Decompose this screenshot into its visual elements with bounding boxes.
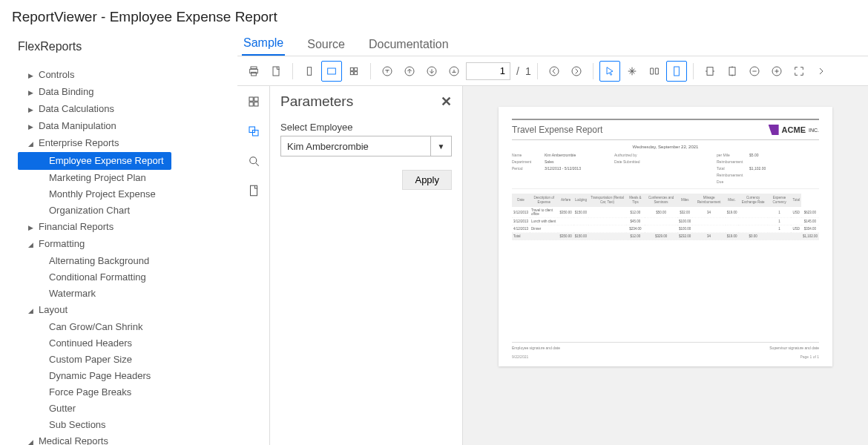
tree-label: Formatting xyxy=(39,238,85,249)
tree-leaf[interactable]: Can Grow/Can Shrink xyxy=(18,319,237,335)
tree-leaf[interactable]: Dynamic Page Headers xyxy=(18,368,237,384)
pointer-tool-icon[interactable] xyxy=(599,61,620,82)
multi-page-icon[interactable] xyxy=(343,61,364,82)
close-icon[interactable]: ✕ xyxy=(441,93,452,110)
tree-node[interactable]: ▶Data Manipulation xyxy=(18,118,237,135)
zoom-in-icon[interactable] xyxy=(766,61,787,82)
tree-label: Data Binding xyxy=(39,86,93,97)
nav-back-icon[interactable] xyxy=(544,61,565,82)
parameters-panel: Parameters ✕ Select Employee Kim Ambercr… xyxy=(270,86,463,445)
tree-node[interactable]: ◢Medical Reports xyxy=(18,433,237,445)
svg-rect-22 xyxy=(254,97,257,101)
caret-down-icon[interactable]: ◢ xyxy=(28,237,39,253)
tree-leaf[interactable]: Organization Chart xyxy=(18,202,237,219)
search-icon[interactable] xyxy=(246,153,262,169)
tree-node[interactable]: ▶Data Binding xyxy=(18,84,237,101)
sidebar: FlexReports ▶Controls▶Data Binding▶Data … xyxy=(0,31,237,445)
parameters-icon[interactable] xyxy=(246,123,262,139)
table-total-row: Total$350.00$150.00$12.00$329.00$232.003… xyxy=(512,233,819,240)
brand-title: FlexReports xyxy=(18,40,237,53)
tree-leaf[interactable]: Continued Headers xyxy=(18,335,237,352)
parameter-label: Select Employee xyxy=(280,122,452,133)
svg-rect-23 xyxy=(249,102,253,106)
caret-down-icon[interactable]: ◢ xyxy=(28,136,39,152)
expense-table: DateDescription of ExpenseAirfareLodging… xyxy=(512,194,819,240)
svg-rect-18 xyxy=(729,67,735,75)
tree-label: Gutter xyxy=(49,403,76,414)
svg-rect-0 xyxy=(251,67,257,69)
tree-node[interactable]: ◢Layout xyxy=(18,302,237,319)
next-page-icon[interactable] xyxy=(421,61,442,82)
zoom-out-icon[interactable] xyxy=(744,61,765,82)
tree-leaf[interactable]: Monthly Project Expense xyxy=(18,186,237,202)
nav-forward-icon[interactable] xyxy=(566,61,587,82)
prev-page-icon[interactable] xyxy=(399,61,420,82)
last-page-icon[interactable] xyxy=(444,61,464,82)
fit-width-icon[interactable] xyxy=(700,61,720,82)
nav-tree: ▶Controls▶Data Binding▶Data Calculations… xyxy=(18,67,237,445)
tab-source[interactable]: Source xyxy=(306,33,346,56)
tree-leaf[interactable]: Marketing Project Plan xyxy=(18,170,237,186)
caret-right-icon[interactable]: ▶ xyxy=(28,85,39,101)
caret-down-icon[interactable]: ◢ xyxy=(28,303,39,319)
caret-down-icon[interactable]: ◢ xyxy=(28,434,39,445)
tree-node[interactable]: ◢Enterprise Reports xyxy=(18,135,237,152)
employee-select[interactable]: Kim Ambercrombie ▼ xyxy=(280,136,452,156)
tree-leaf[interactable]: Conditional Formatting xyxy=(18,269,237,286)
chevron-down-icon[interactable]: ▼ xyxy=(430,136,451,156)
caret-right-icon[interactable]: ▶ xyxy=(28,220,39,236)
parameters-title: Parameters xyxy=(280,93,353,110)
tab-sample[interactable]: Sample xyxy=(242,32,285,56)
text-select-icon[interactable] xyxy=(644,61,665,82)
tree-leaf[interactable]: Gutter xyxy=(18,400,237,417)
tree-node[interactable]: ◢Formatting xyxy=(18,236,237,253)
tree-leaf[interactable]: Watermark xyxy=(18,286,237,302)
svg-point-14 xyxy=(550,67,559,76)
fullscreen-icon[interactable] xyxy=(789,61,809,82)
tab-documentation[interactable]: Documentation xyxy=(367,33,450,56)
tree-label: Data Manipulation xyxy=(39,120,116,131)
caret-right-icon[interactable]: ▶ xyxy=(28,102,39,118)
tree-leaf[interactable]: Alternating Background xyxy=(18,253,237,269)
thumbnails-icon[interactable] xyxy=(246,93,262,110)
fit-page-icon[interactable] xyxy=(722,61,743,82)
logo-text: ACME xyxy=(782,125,806,134)
tree-node[interactable]: ▶Data Calculations xyxy=(18,101,237,118)
tree-leaf[interactable]: Force Page Breaks xyxy=(18,384,237,400)
report-page: Travel Expense Report ACME INC. Wednesda… xyxy=(499,107,832,366)
svg-rect-28 xyxy=(250,185,257,196)
apply-button[interactable]: Apply xyxy=(402,170,452,190)
tree-node[interactable]: ▶Financial Reports xyxy=(18,219,237,236)
tree-label: Can Grow/Can Shrink xyxy=(49,321,142,332)
logo-suffix: INC. xyxy=(809,128,819,133)
highlight-icon[interactable] xyxy=(666,61,687,82)
export-icon[interactable] xyxy=(266,61,286,82)
tree-node[interactable]: ▶Controls xyxy=(18,67,237,84)
svg-rect-8 xyxy=(350,71,353,74)
svg-rect-2 xyxy=(251,72,257,76)
svg-rect-9 xyxy=(355,71,358,74)
print-icon[interactable] xyxy=(243,61,264,82)
tree-label: Sub Sections xyxy=(49,419,106,430)
employee-select-value: Kim Ambercrombie xyxy=(281,136,430,156)
page-number-input[interactable] xyxy=(466,62,510,80)
continuous-page-icon[interactable] xyxy=(321,61,342,82)
svg-rect-5 xyxy=(328,68,336,74)
tree-leaf[interactable]: Employee Expense Report xyxy=(18,152,171,170)
more-icon[interactable] xyxy=(811,61,832,82)
caret-right-icon[interactable]: ▶ xyxy=(28,67,39,84)
page-total: 1 xyxy=(525,65,531,77)
pan-tool-icon[interactable] xyxy=(622,61,642,82)
report-footer-date: 9/22/2021 xyxy=(512,355,528,359)
caret-right-icon[interactable]: ▶ xyxy=(28,119,39,135)
tree-label: Medical Reports xyxy=(39,435,108,445)
svg-rect-6 xyxy=(350,67,353,70)
first-page-icon[interactable] xyxy=(377,61,398,82)
tree-label: Custom Paper Size xyxy=(49,354,132,365)
outline-icon[interactable] xyxy=(246,182,262,199)
report-preview-area[interactable]: Travel Expense Report ACME INC. Wednesda… xyxy=(463,86,868,445)
single-page-icon[interactable] xyxy=(299,61,320,82)
tree-leaf[interactable]: Custom Paper Size xyxy=(18,352,237,368)
svg-rect-3 xyxy=(273,67,279,76)
tree-leaf[interactable]: Sub Sections xyxy=(18,417,237,433)
